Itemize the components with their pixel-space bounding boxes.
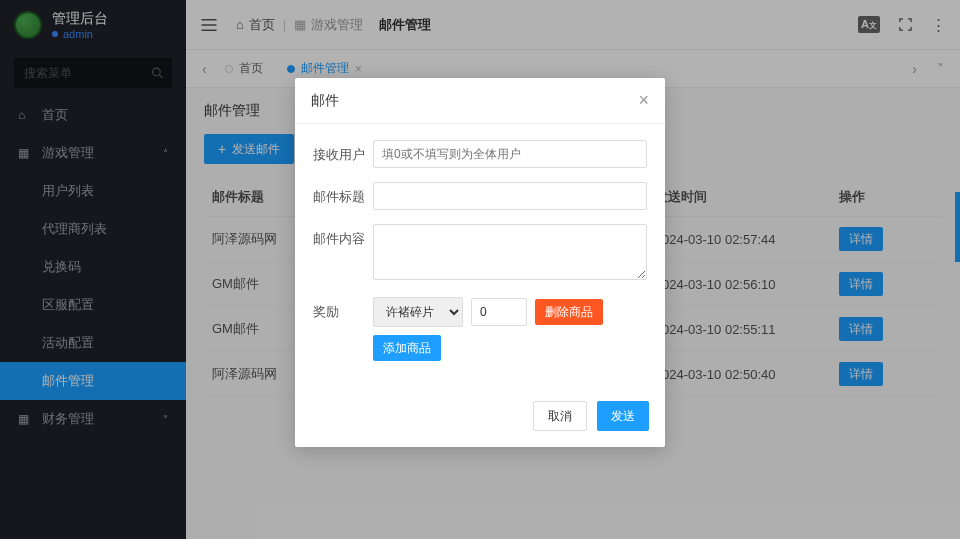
- modal-title: 邮件: [311, 92, 339, 110]
- modal-body: 接收用户 邮件标题 邮件内容 奖励 许褚碎片 删除商品: [295, 124, 665, 391]
- mail-content-field[interactable]: [373, 224, 647, 280]
- delete-item-button[interactable]: 删除商品: [535, 299, 603, 325]
- label-reward: 奖励: [313, 297, 373, 321]
- label-title: 邮件标题: [313, 182, 373, 206]
- add-item-button[interactable]: 添加商品: [373, 335, 441, 361]
- modal-overlay[interactable]: 邮件 × 接收用户 邮件标题 邮件内容 奖励 许褚碎片: [0, 0, 960, 539]
- mail-title-field[interactable]: [373, 182, 647, 210]
- receiver-field[interactable]: [373, 140, 647, 168]
- close-icon[interactable]: ×: [638, 90, 649, 111]
- modal-header: 邮件 ×: [295, 78, 665, 124]
- label-receiver: 接收用户: [313, 140, 373, 164]
- send-button[interactable]: 发送: [597, 401, 649, 431]
- label-content: 邮件内容: [313, 224, 373, 248]
- reward-select[interactable]: 许褚碎片: [373, 297, 463, 327]
- mail-modal: 邮件 × 接收用户 邮件标题 邮件内容 奖励 许褚碎片: [295, 78, 665, 447]
- reward-qty-field[interactable]: [471, 298, 527, 326]
- cancel-button[interactable]: 取消: [533, 401, 587, 431]
- modal-footer: 取消 发送: [295, 391, 665, 447]
